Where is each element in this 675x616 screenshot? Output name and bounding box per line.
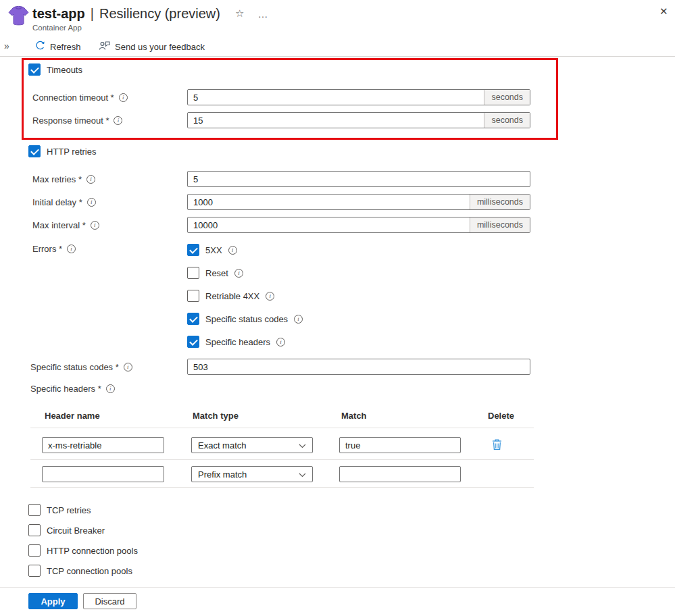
discard-button[interactable]: Discard (83, 593, 136, 609)
tcp-connection-pools-checkbox[interactable] (28, 565, 41, 577)
favorite-star-icon[interactable]: ☆ (235, 7, 244, 20)
apply-button[interactable]: Apply (28, 593, 78, 609)
tcp-retries-checkbox[interactable] (28, 504, 41, 516)
initial-delay-label: Initial delay * (32, 197, 82, 207)
info-icon[interactable]: i (266, 292, 274, 301)
table-row (339, 437, 461, 453)
info-icon[interactable]: i (86, 175, 95, 184)
refresh-label: Refresh (50, 42, 81, 52)
info-icon[interactable]: i (119, 93, 128, 102)
max-interval-input[interactable] (188, 217, 470, 232)
info-icon[interactable]: i (294, 315, 303, 324)
header-name-input-row2[interactable] (43, 467, 164, 482)
tcp-retries-label: TCP retries (47, 505, 91, 515)
5xx-checkbox[interactable] (187, 244, 199, 256)
refresh-button[interactable]: Refresh (35, 41, 81, 53)
specific-status-codes-input[interactable] (188, 359, 530, 374)
error-option-specific-headers[interactable]: Specific headers i (187, 336, 285, 348)
error-option-reset[interactable]: Reset i (187, 267, 243, 279)
5xx-label: 5XX (205, 245, 222, 255)
footer-divider (0, 587, 675, 588)
circuit-breaker-checkbox[interactable] (28, 524, 41, 536)
connection-timeout-unit: seconds (484, 90, 530, 105)
error-option-5xx[interactable]: 5XX i (187, 244, 237, 256)
blade-title: test-app | Resiliency (preview) ☆ … (32, 3, 268, 24)
tcp-connection-pools-section-toggle[interactable]: TCP connection pools (28, 565, 132, 577)
http-retries-checkbox[interactable] (28, 145, 41, 157)
tcp-retries-section-toggle[interactable]: TCP retries (28, 504, 91, 516)
table-row (42, 437, 164, 453)
initial-delay-input[interactable] (188, 195, 470, 209)
response-timeout-unit: seconds (484, 113, 530, 128)
reset-checkbox[interactable] (187, 267, 199, 279)
blade-name: Resiliency (preview) (99, 6, 220, 22)
max-retries-input-group (187, 171, 530, 187)
collapse-menu-icon[interactable]: » (4, 41, 9, 51)
response-timeout-input[interactable] (188, 113, 484, 128)
connection-timeout-input[interactable] (188, 90, 484, 105)
info-icon[interactable]: i (234, 269, 243, 278)
title-separator: | (91, 6, 94, 22)
error-option-retriable-4xx[interactable]: Retriable 4XX i (187, 290, 274, 302)
info-icon[interactable]: i (106, 384, 115, 393)
specific-status-codes-option-label: Specific status codes (205, 314, 288, 324)
max-interval-field-label: Max interval * i (32, 217, 99, 233)
max-interval-input-group: milliseconds (187, 217, 530, 233)
info-icon[interactable]: i (87, 198, 96, 207)
match-type-select-row2[interactable]: Prefix match (191, 466, 313, 482)
specific-status-codes-checkbox[interactable] (187, 313, 199, 325)
max-retries-label: Max retries * (32, 174, 82, 184)
table-row (42, 466, 164, 482)
connection-timeout-field-label: Connection timeout * i (32, 89, 128, 105)
feedback-icon (99, 41, 110, 53)
info-icon[interactable]: i (91, 221, 99, 230)
specific-headers-label: Specific headers * (30, 384, 101, 394)
max-retries-input[interactable] (188, 172, 530, 186)
match-value-input-row1[interactable] (340, 438, 460, 453)
retriable-4xx-checkbox[interactable] (187, 290, 199, 302)
column-match-type: Match type (193, 411, 239, 421)
trash-icon (492, 442, 502, 453)
resource-type-label: Container App (32, 24, 82, 32)
specific-status-codes-label: Specific status codes * (30, 362, 119, 372)
info-icon[interactable]: i (276, 338, 285, 346)
http-connection-pools-checkbox[interactable] (28, 544, 41, 557)
timeouts-label: Timeouts (47, 65, 82, 75)
info-icon[interactable]: i (228, 246, 237, 255)
reset-label: Reset (205, 268, 228, 278)
circuit-breaker-section-toggle[interactable]: Circuit Breaker (28, 524, 105, 536)
timeouts-checkbox[interactable] (28, 63, 41, 76)
errors-label: Errors * (32, 244, 62, 254)
match-type-select-row1[interactable]: Exact match (191, 437, 313, 453)
resiliency-blade: test-app | Resiliency (preview) ☆ … Cont… (0, 0, 675, 616)
circuit-breaker-label: Circuit Breaker (47, 525, 105, 536)
feedback-button[interactable]: Send us your feedback (99, 41, 205, 53)
specific-headers-field-label: Specific headers * i (30, 382, 115, 394)
specific-headers-option-label: Specific headers (205, 337, 270, 347)
more-actions-icon[interactable]: … (257, 8, 268, 20)
errors-field-label: Errors * i (32, 242, 76, 255)
error-option-specific-status-codes[interactable]: Specific status codes i (187, 313, 303, 325)
tcp-connection-pools-label: TCP connection pools (47, 566, 132, 576)
delete-row-button[interactable] (492, 438, 502, 453)
http-retries-section-toggle[interactable]: HTTP retries (28, 145, 96, 157)
close-icon[interactable]: ✕ (659, 5, 668, 18)
max-interval-label: Max interval * (32, 220, 86, 230)
specific-headers-checkbox[interactable] (187, 336, 199, 348)
http-connection-pools-section-toggle[interactable]: HTTP connection pools (28, 544, 138, 557)
specific-status-codes-input-group (187, 359, 530, 375)
chevron-down-icon (299, 469, 306, 480)
info-icon[interactable]: i (124, 363, 132, 371)
timeouts-section-toggle[interactable]: Timeouts (28, 63, 82, 76)
response-timeout-input-group: seconds (187, 112, 530, 128)
match-value-input-row2[interactable] (340, 467, 460, 482)
container-app-icon (7, 5, 30, 29)
table-row (339, 466, 461, 482)
info-icon[interactable]: i (114, 116, 122, 125)
header-name-input-row1[interactable] (43, 438, 164, 453)
refresh-icon (35, 41, 45, 53)
retriable-4xx-label: Retriable 4XX (205, 291, 259, 301)
info-icon[interactable]: i (67, 245, 76, 253)
toolbar-divider (0, 56, 675, 57)
table-divider (30, 487, 534, 488)
